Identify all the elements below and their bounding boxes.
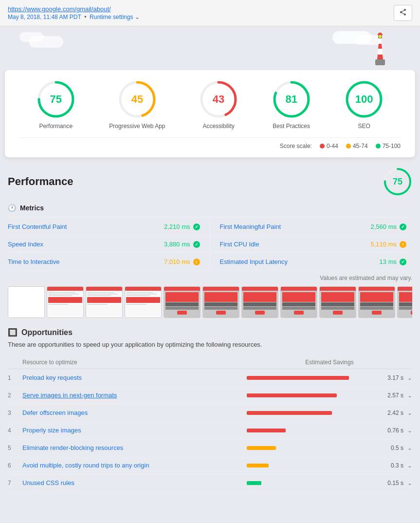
score-item-performance: 75Performance	[37, 80, 75, 130]
scale-green-dot	[376, 144, 381, 149]
chevron-down-icon[interactable]: ⌄	[407, 462, 412, 469]
share-button[interactable]	[394, 5, 412, 21]
score-item-pwa: 45Progressive Web App	[109, 80, 165, 130]
svg-rect-0	[375, 59, 385, 65]
performance-score-num: 75	[393, 177, 402, 187]
opportunity-savings: 0.76 s⌄	[247, 427, 412, 434]
lighthouse-icon	[366, 30, 393, 68]
opportunity-row: 2Serve images in next-gen formats2.57 s⌄	[8, 387, 412, 404]
score-label-performance: Performance	[39, 123, 73, 130]
metric-value-text: 13 ms	[380, 258, 397, 265]
metric-value-text: 2,210 ms	[164, 223, 190, 230]
score-label-seo: SEO	[358, 123, 370, 130]
score-item-seo: 100SEO	[345, 80, 383, 130]
status-orange-dot: !	[193, 259, 200, 265]
runtime-settings-link[interactable]: Runtime settings	[90, 14, 133, 20]
metric-row: Speed Index3,880 ms✓	[8, 236, 210, 253]
filmstrip-frame	[86, 286, 123, 318]
savings-value: 2.42 s	[384, 410, 403, 416]
metric-value: 7,010 ms!	[164, 258, 200, 265]
status-green-dot: ✓	[193, 224, 200, 230]
score-circles: 75Performance 45Progressive Web App 43Ac…	[19, 80, 401, 130]
filmstrip-frame	[125, 286, 162, 318]
savings-bar-container	[247, 376, 380, 380]
savings-value: 0.76 s	[384, 427, 403, 434]
score-num-best-practices: 81	[285, 93, 297, 106]
metric-row: First Meaningful Paint2,560 ms✓	[210, 218, 413, 236]
site-url[interactable]: https://www.google.com/gmail/about/	[8, 5, 111, 13]
scale-red: 0-44	[320, 143, 338, 149]
metric-value: 13 ms✓	[380, 258, 406, 265]
cloud-2	[19, 32, 44, 42]
savings-bar	[247, 376, 349, 380]
metric-value-text: 3,880 ms	[164, 241, 190, 248]
savings-value: 0.15 s	[384, 480, 403, 486]
header-meta: May 8, 2018, 11:48 AM PDT • Runtime sett…	[8, 14, 140, 20]
score-card: 75Performance 45Progressive Web App 43Ac…	[5, 70, 415, 157]
score-label-pwa: Progressive Web App	[109, 123, 165, 130]
status-green-dot: ✓	[400, 224, 406, 230]
opportunity-number: 2	[8, 392, 22, 399]
savings-bar	[247, 481, 261, 485]
header-left: https://www.google.com/gmail/about/ May …	[8, 5, 140, 20]
score-circle-seo: 100	[345, 80, 383, 119]
score-num-performance: 75	[50, 93, 62, 106]
chevron-down-icon[interactable]: ⌄	[407, 480, 412, 486]
opportunity-row: 1Preload key requests3.17 s⌄	[8, 369, 412, 387]
status-green-dot: ✓	[193, 241, 200, 248]
opportunity-row: 4Properly size images0.76 s⌄	[8, 422, 412, 439]
metric-row: Time to Interactive7,010 ms!	[8, 253, 210, 271]
performance-title-text: Performance	[8, 175, 73, 188]
chevron-down-icon[interactable]: ⌄	[407, 392, 412, 399]
scale-orange: 45-74	[346, 143, 368, 149]
score-label-best-practices: Best Practices	[273, 123, 310, 130]
score-item-best-practices: 81Best Practices	[272, 80, 311, 130]
score-num-accessibility: 43	[213, 93, 224, 106]
svg-marker-3	[378, 44, 382, 49]
score-circle-performance: 75	[37, 80, 75, 119]
performance-score-circle: 75	[383, 167, 412, 196]
metrics-heading: 🕐 Metrics	[8, 204, 412, 212]
savings-bar-container	[247, 481, 380, 485]
savings-bar-container	[247, 393, 380, 397]
clock-icon: 🕐	[8, 204, 16, 212]
metrics-grid: First Contentful Paint2,210 ms✓First Mea…	[8, 218, 412, 271]
savings-value: 2.57 s	[384, 392, 403, 399]
opportunity-savings: 0.5 s⌄	[247, 445, 412, 451]
svg-marker-2	[377, 55, 383, 59]
savings-bar-container	[247, 464, 380, 467]
opportunity-name: Unused CSS rules	[22, 479, 247, 486]
chevron-down-icon[interactable]: ⌄	[407, 374, 412, 381]
opportunity-row: 5Eliminate render-blocking resources0.5 …	[8, 439, 412, 457]
score-circle-pwa: 45	[118, 80, 157, 119]
metric-row: First Contentful Paint2,210 ms✓	[8, 218, 210, 236]
header-date: May 8, 2018, 11:48 AM PDT	[8, 14, 81, 20]
filmstrip-frame	[47, 286, 84, 318]
filmstrip-frame	[319, 286, 356, 318]
chevron-down-icon[interactable]: ⌄	[407, 445, 412, 451]
metric-name: First Contentful Paint	[8, 223, 67, 230]
hero-banner	[0, 26, 420, 70]
metric-name: Time to Interactive	[8, 258, 59, 265]
opportunity-number: 6	[8, 462, 22, 469]
opportunity-number: 3	[8, 410, 22, 416]
opportunity-number: 5	[8, 445, 22, 451]
opportunity-name[interactable]: Serve images in next-gen formats	[22, 392, 247, 399]
status-green-dot: ✓	[400, 259, 406, 265]
metric-name: First CPU Idle	[220, 241, 259, 248]
filmstrip-frame	[241, 286, 278, 318]
opportunities-rows: 1Preload key requests3.17 s⌄2Serve image…	[8, 369, 412, 492]
col-resource-header: Resource to optimize	[8, 359, 247, 366]
opportunities-table-header: Resource to optimize Estimated Savings	[8, 356, 412, 369]
score-scale: Score scale: 0-44 45-74 75-100	[19, 137, 401, 149]
estimates-note: Values are estimated and may vary.	[8, 275, 412, 281]
chevron-down-icon[interactable]: ⌄	[407, 427, 412, 434]
opportunity-name: Avoid multiple, costly round trips to an…	[22, 462, 247, 469]
chevron-down-icon[interactable]: ⌄	[407, 410, 412, 416]
scale-orange-dot	[346, 144, 351, 149]
opportunities-section: 🔲 Opportunities These are opportunities …	[8, 328, 412, 492]
savings-value: 3.17 s	[384, 374, 403, 381]
metric-value: 3,880 ms✓	[164, 241, 200, 248]
opportunity-row: 3Defer offscreen images2.42 s⌄	[8, 404, 412, 422]
savings-bar	[247, 464, 269, 467]
